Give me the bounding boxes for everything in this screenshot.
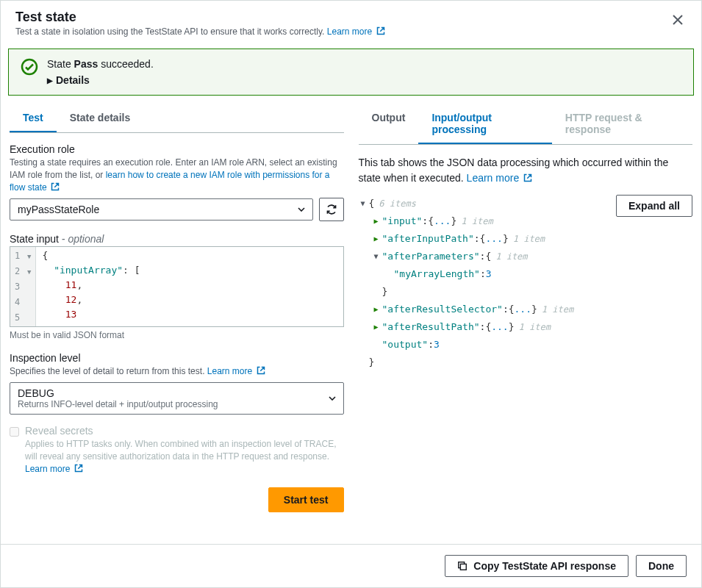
tab-io-processing[interactable]: Input/output processing <box>418 104 551 144</box>
caret-right-icon[interactable]: ▶ <box>372 230 381 248</box>
close-button[interactable] <box>669 10 687 32</box>
dialog-header: Test state Test a state in isolation usi… <box>1 1 701 43</box>
exec-role-select[interactable]: myPassStateRole <box>10 198 313 220</box>
exec-role-label: Execution role <box>10 143 344 155</box>
state-input-helper: Must be in valid JSON format <box>10 330 344 340</box>
reveal-secrets-label: Reveal secrets <box>25 425 344 437</box>
copy-icon <box>457 561 468 571</box>
copy-response-button[interactable]: Copy TestState API response <box>445 555 628 577</box>
refresh-icon <box>326 204 337 215</box>
state-input-editor[interactable]: 1 ▼ 2 ▼ 3 4 5 6 { "inputArray": [ 11, 12… <box>10 246 344 327</box>
right-tabs: Output Input/output processing HTTP requ… <box>359 104 693 145</box>
external-link-icon <box>376 26 385 35</box>
svg-rect-2 <box>461 564 467 570</box>
reveal-secrets-row: Reveal secrets Applies to HTTP tasks onl… <box>10 425 344 475</box>
inspection-value: DEBUG <box>18 387 323 399</box>
inspection-label: Inspection level <box>10 352 344 364</box>
external-link-icon <box>51 182 60 191</box>
json-root[interactable]: ▼ { 6 items <box>359 195 616 212</box>
caret-right-icon[interactable]: ▶ <box>372 301 381 318</box>
caret-right-icon[interactable]: ▶ <box>372 212 381 230</box>
json-node-output: "output" : 3 <box>359 336 616 354</box>
json-node-input[interactable]: ▶ "input" : {...} 1 item <box>359 212 616 230</box>
tab-state-details[interactable]: State details <box>57 104 143 132</box>
right-learn-more-link[interactable]: Learn more <box>467 172 532 184</box>
expand-all-button[interactable]: Expand all <box>616 195 692 217</box>
alert-details-toggle[interactable]: ▶ Details <box>47 74 681 86</box>
json-node-afterinputpath[interactable]: ▶ "afterInputPath" : {...} 1 item <box>359 230 616 248</box>
external-link-icon <box>523 173 532 182</box>
tab-output[interactable]: Output <box>359 104 419 144</box>
left-panel: Test State details Execution role Testin… <box>1 104 353 544</box>
inspection-level-select[interactable]: DEBUG Returns INFO-level detail + input/… <box>10 382 344 415</box>
alert-message: State Pass succeeded. <box>47 58 681 70</box>
editor-gutter: 1 ▼ 2 ▼ 3 4 5 6 <box>10 247 36 326</box>
inspection-desc: Specifies the level of detail to return … <box>10 365 344 378</box>
exec-role-value: myPassStateRole <box>18 204 99 215</box>
dialog-subtitle: Test a state in isolation using the Test… <box>15 26 385 37</box>
external-link-icon <box>257 366 265 375</box>
json-node-afterparameters[interactable]: ▼ "afterParameters" : { 1 item <box>359 248 616 265</box>
caret-down-icon[interactable]: ▼ <box>359 195 368 212</box>
state-input-label: State input - optional <box>10 233 344 245</box>
exec-role-desc: Testing a state requires an execution ro… <box>10 157 344 193</box>
inspection-learn-more-link[interactable]: Learn more <box>207 366 265 376</box>
caret-right-icon: ▶ <box>47 76 53 85</box>
left-tabs: Test State details <box>10 104 344 133</box>
reveal-learn-more-link[interactable]: Learn more <box>25 464 83 474</box>
chevron-down-icon <box>329 396 336 401</box>
caret-right-icon[interactable]: ▶ <box>372 318 381 336</box>
json-node-afterresultselector[interactable]: ▶ "afterResultSelector" : {...} 1 item <box>359 301 616 318</box>
right-panel-desc: This tab shows the JSON data processing … <box>359 155 693 186</box>
right-panel: Output Input/output processing HTTP requ… <box>353 104 702 544</box>
tab-test[interactable]: Test <box>10 104 57 132</box>
json-node-myarraylength: "myArrayLength" : 3 <box>359 265 616 283</box>
done-button[interactable]: Done <box>636 555 687 577</box>
json-node-afterresultpath[interactable]: ▶ "afterResultPath" : {...} 1 item <box>359 318 616 336</box>
json-node-afterparameters-close: } <box>359 283 616 301</box>
chevron-down-icon <box>298 207 305 212</box>
caret-down-icon[interactable]: ▼ <box>372 248 381 265</box>
reveal-secrets-desc: Applies to HTTP tasks only. When combine… <box>25 438 344 475</box>
reveal-secrets-checkbox <box>10 427 19 437</box>
start-test-button[interactable]: Start test <box>268 487 344 512</box>
json-root-close: } <box>359 354 616 371</box>
inspection-value-sub: Returns INFO-level detail + input/output… <box>18 399 323 409</box>
success-check-icon <box>21 58 38 76</box>
tab-http: HTTP request & response <box>552 104 692 144</box>
dialog-footer: Copy TestState API response Done <box>1 544 701 587</box>
json-viewer: ▼ { 6 items ▶ "input" : {...} 1 item ▶ "… <box>359 195 616 371</box>
learn-more-link-header[interactable]: Learn more <box>327 26 385 37</box>
success-alert: State Pass succeeded. ▶ Details <box>8 49 694 96</box>
external-link-icon <box>74 464 83 473</box>
close-icon <box>672 14 684 26</box>
dialog-title: Test state <box>15 10 385 25</box>
refresh-button[interactable] <box>319 198 344 221</box>
editor-body: { "inputArray": [ 11, 12, 13 <box>36 247 343 326</box>
